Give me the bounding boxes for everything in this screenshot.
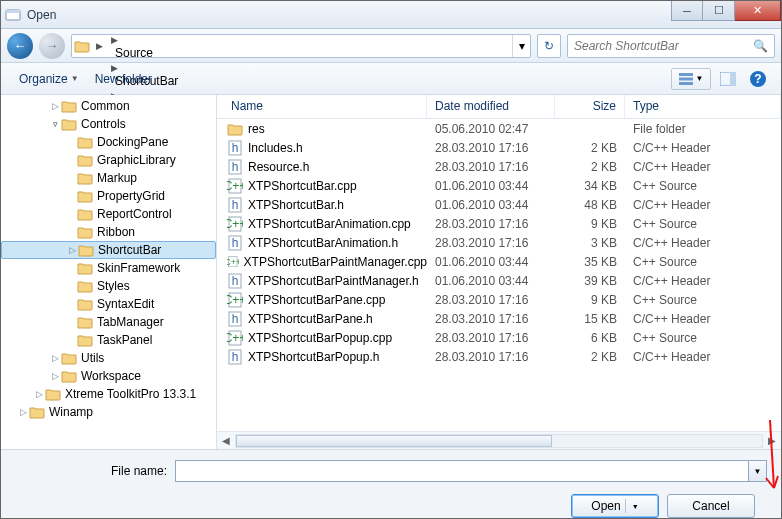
breadcrumb[interactable]: ▶ Visual Studio▶Xtreme ToolkitPro▶Source… [71, 34, 531, 58]
file-row[interactable]: hXTPShortcutBarPane.h28.03.2010 17:1615 … [217, 309, 781, 328]
tree-item-label: Markup [97, 171, 137, 185]
forward-button[interactable]: → [39, 33, 65, 59]
tree-item[interactable]: ReportControl [1, 205, 216, 223]
scroll-left-icon[interactable]: ◀ [217, 435, 235, 446]
file-row[interactable]: C++XTPShortcutBar.cpp01.06.2010 03:4434 … [217, 176, 781, 195]
preview-pane-button[interactable] [715, 68, 741, 90]
svg-text:C++: C++ [227, 331, 243, 345]
close-button[interactable]: ✕ [735, 1, 781, 21]
folder-icon [61, 351, 77, 365]
column-type[interactable]: Type [625, 95, 781, 118]
tree-item[interactable]: GraphicLibrary [1, 151, 216, 169]
file-row[interactable]: hXTPShortcutBarPopup.h28.03.2010 17:162 … [217, 347, 781, 366]
filename-input[interactable] [175, 460, 749, 482]
tree-item[interactable]: ▿Controls [1, 115, 216, 133]
tree-item-label: Styles [97, 279, 130, 293]
cpp-icon: C++ [227, 292, 243, 308]
tree-item[interactable]: ▷Utils [1, 349, 216, 367]
file-size: 35 KB [555, 255, 625, 269]
file-date: 28.03.2010 17:16 [427, 236, 555, 250]
tree-item[interactable]: Markup [1, 169, 216, 187]
minimize-button[interactable]: ─ [671, 1, 703, 21]
breadcrumb-segment[interactable]: Source [107, 46, 215, 60]
file-list-pane: Name Date modified Size Type res05.06.20… [217, 95, 781, 449]
file-type: C/C++ Header [625, 141, 781, 155]
file-type: C/C++ Header [625, 312, 781, 326]
search-box[interactable]: 🔍 [567, 34, 775, 58]
folder-icon [61, 117, 77, 131]
column-name[interactable]: Name [217, 95, 427, 118]
chevron-right-icon[interactable]: ▶ [107, 35, 122, 45]
cpp-icon: C++ [227, 330, 243, 346]
file-name: XTPShortcutBarAnimation.cpp [248, 217, 411, 231]
tree-item[interactable]: PropertyGrid [1, 187, 216, 205]
new-folder-button[interactable]: New folder [87, 68, 160, 90]
refresh-button[interactable]: ↻ [537, 34, 561, 58]
file-row[interactable]: C++XTPShortcutBarPaintManager.cpp01.06.2… [217, 252, 781, 271]
folder-icon [77, 171, 93, 185]
tree-twisty-icon[interactable]: ▷ [17, 407, 29, 417]
tree-item[interactable]: Styles [1, 277, 216, 295]
file-row[interactable]: hXTPShortcutBar.h01.06.2010 03:4448 KBC/… [217, 195, 781, 214]
file-date: 28.03.2010 17:16 [427, 293, 555, 307]
tree-item[interactable]: TaskPanel [1, 331, 216, 349]
tree-item[interactable]: SyntaxEdit [1, 295, 216, 313]
tree-item[interactable]: ▷Common [1, 97, 216, 115]
file-row[interactable]: C++XTPShortcutBarPopup.cpp28.03.2010 17:… [217, 328, 781, 347]
cancel-button[interactable]: Cancel [667, 494, 755, 518]
tree-item[interactable]: ▷Winamp [1, 403, 216, 421]
horizontal-scrollbar[interactable]: ◀ ▶ [217, 431, 781, 449]
tree-item[interactable]: ▷Workspace [1, 367, 216, 385]
file-size: 9 KB [555, 293, 625, 307]
search-input[interactable] [574, 39, 753, 53]
filename-dropdown[interactable]: ▼ [749, 460, 767, 482]
file-name: XTPShortcutBarPaintManager.h [248, 274, 419, 288]
svg-text:C++: C++ [227, 217, 243, 231]
file-row[interactable]: C++XTPShortcutBarAnimation.cpp28.03.2010… [217, 214, 781, 233]
h-icon: h [227, 159, 243, 175]
column-headers[interactable]: Name Date modified Size Type [217, 95, 781, 119]
file-row[interactable]: hXTPShortcutBarPaintManager.h01.06.2010 … [217, 271, 781, 290]
tree-item-label: Utils [81, 351, 104, 365]
folder-tree[interactable]: ▷Common▿ControlsDockingPaneGraphicLibrar… [1, 95, 217, 449]
tree-twisty-icon[interactable]: ▷ [49, 353, 61, 363]
help-button[interactable]: ? [745, 68, 771, 90]
file-row[interactable]: hXTPShortcutBarAnimation.h28.03.2010 17:… [217, 233, 781, 252]
open-button[interactable]: Open▼ [571, 494, 659, 518]
file-date: 28.03.2010 17:16 [427, 217, 555, 231]
tree-item[interactable]: Ribbon [1, 223, 216, 241]
tree-item[interactable]: SkinFramework [1, 259, 216, 277]
scroll-right-icon[interactable]: ▶ [763, 435, 781, 446]
file-row[interactable]: C++XTPShortcutBarPane.cpp28.03.2010 17:1… [217, 290, 781, 309]
maximize-button[interactable]: ☐ [703, 1, 735, 21]
tree-twisty-icon[interactable]: ▷ [33, 389, 45, 399]
tree-item[interactable]: DockingPane [1, 133, 216, 151]
tree-twisty-icon[interactable]: ▷ [49, 371, 61, 381]
h-icon: h [227, 349, 243, 365]
file-row[interactable]: hIncludes.h28.03.2010 17:162 KBC/C++ Hea… [217, 138, 781, 157]
back-button[interactable]: ← [7, 33, 33, 59]
tree-twisty-icon[interactable]: ▿ [49, 119, 61, 129]
file-date: 01.06.2010 03:44 [427, 179, 555, 193]
tree-twisty-icon[interactable]: ▷ [66, 245, 78, 255]
breadcrumb-dropdown[interactable]: ▾ [512, 35, 530, 57]
file-row[interactable]: res05.06.2010 02:47File folder [217, 119, 781, 138]
view-button[interactable]: ▼ [671, 68, 711, 90]
folder-icon [77, 279, 93, 293]
tree-item-label: ShortcutBar [98, 243, 161, 257]
column-date[interactable]: Date modified [427, 95, 555, 118]
file-name: XTPShortcutBarPaintManager.cpp [244, 255, 427, 269]
column-size[interactable]: Size [555, 95, 625, 118]
tree-item[interactable]: TabManager [1, 313, 216, 331]
tree-item[interactable]: ▷ShortcutBar [1, 241, 216, 259]
chevron-right-icon[interactable]: ▶ [92, 41, 107, 51]
organize-button[interactable]: Organize▼ [11, 68, 87, 90]
file-list[interactable]: res05.06.2010 02:47File folderhIncludes.… [217, 119, 781, 431]
svg-text:h: h [232, 274, 239, 288]
file-row[interactable]: hResource.h28.03.2010 17:162 KBC/C++ Hea… [217, 157, 781, 176]
svg-text:C++: C++ [227, 179, 243, 193]
tree-item-label: GraphicLibrary [97, 153, 176, 167]
tree-twisty-icon[interactable]: ▷ [49, 101, 61, 111]
tree-item[interactable]: ▷Xtreme ToolkitPro 13.3.1 [1, 385, 216, 403]
scroll-thumb[interactable] [236, 435, 552, 447]
